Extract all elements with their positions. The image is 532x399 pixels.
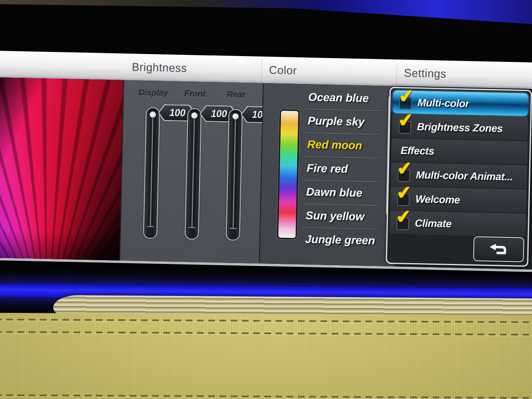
ambient-light-preview	[0, 77, 123, 261]
cabin-photo: Brightness Color Settings Display 100	[0, 0, 532, 399]
rear-slider-track[interactable]	[226, 109, 243, 241]
leather-dashboard	[0, 313, 532, 399]
slider-label-rear: Rear	[217, 90, 256, 100]
display-brightness-slider: Display 100	[146, 87, 160, 88]
front-slider-knob[interactable]	[191, 112, 197, 118]
setting-multi-color[interactable]: ✔ Multi-color	[392, 90, 529, 116]
display-slider-knob[interactable]	[150, 111, 156, 118]
front-brightness-slider: Front 100	[188, 88, 202, 89]
setting-multi-color-animation[interactable]: ✔ Multi-color Animat...	[391, 163, 527, 189]
checkmark-icon: ✔	[396, 159, 413, 178]
setting-effects[interactable]: Effects	[391, 138, 527, 165]
brightness-panel: Display 100 Front	[119, 80, 263, 264]
settings-popup: ✔ Multi-color ✔ Brightness Zones Effects	[386, 87, 532, 267]
slider-label-front: Front	[175, 89, 214, 99]
rear-slider-knob[interactable]	[232, 113, 239, 119]
header-brightness: Brightness	[132, 54, 187, 81]
settings-panel: ✔ Multi-color ✔ Brightness Zones Effects	[395, 86, 532, 269]
slider-label-display: Display	[134, 88, 173, 98]
header-divider	[396, 62, 397, 86]
back-arrow-icon	[489, 243, 509, 255]
color-option-ocean-blue[interactable]: Ocean blue	[263, 84, 399, 111]
rear-brightness-slider: Rear 100	[229, 89, 243, 89]
display-slider-track[interactable]	[143, 107, 160, 239]
color-panel: Ocean blue Purple sky Red moon Fire red …	[259, 83, 399, 266]
ceiling-ambient-glow	[0, 0, 532, 27]
infotainment-screen: Brightness Color Settings Display 100	[0, 51, 532, 272]
header-color: Color	[268, 57, 297, 84]
checkmark-icon: ✔	[397, 111, 414, 130]
header-settings: Settings	[404, 59, 446, 87]
front-slider-value: 100	[211, 108, 227, 120]
front-slider-track[interactable]	[185, 108, 202, 240]
header-divider	[261, 59, 262, 83]
back-button[interactable]	[473, 236, 524, 262]
checkmark-icon: ✔	[395, 207, 412, 227]
color-spectrum-bar	[277, 109, 300, 239]
setting-brightness-zones[interactable]: ✔ Brightness Zones	[392, 114, 528, 140]
stitching	[0, 319, 532, 323]
display-slider-value: 100	[169, 107, 185, 119]
checkmark-icon: ✔	[398, 87, 414, 106]
stitching	[0, 394, 532, 399]
setting-welcome[interactable]: ✔ Welcome	[390, 187, 527, 213]
checkmark-icon: ✔	[396, 183, 412, 202]
display-slider-value-tag: 100	[158, 104, 192, 122]
stitching	[0, 331, 532, 336]
setting-climate[interactable]: ✔ Climate	[390, 211, 526, 237]
